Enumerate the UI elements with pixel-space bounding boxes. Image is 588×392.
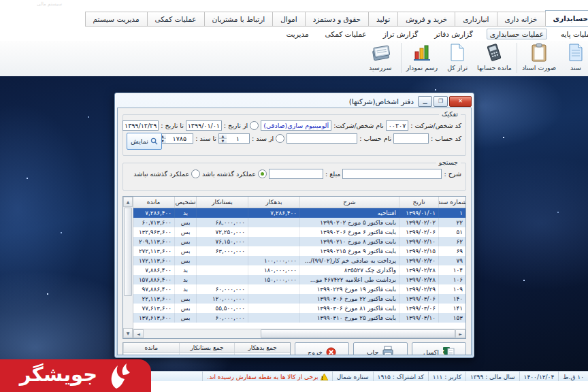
vscroll-thumb[interactable] — [124, 208, 132, 296]
from-doc-radio[interactable] — [276, 134, 284, 143]
table-cell: ۶۲ — [438, 237, 466, 246]
table-row[interactable]: ۱۱۳۹۹/۰۱/۰۱افتتاحیه۷,۲۸۶,۴۰۰بد۷,۲۸۶,۴۰۰ — [133, 208, 466, 218]
exit-button[interactable]: خروج — [295, 342, 349, 355]
tab-7[interactable]: ارتباط با مشتریان — [204, 12, 274, 27]
from-doc-stepper[interactable]: ▲▼ ۱ — [218, 133, 250, 144]
toolbar-button-3[interactable]: تراز کل — [440, 41, 475, 71]
table-row[interactable]: ۷۹۱۳۹۹/۰۲/۲۰پرداخت به صادقی خم کار(۹۹/۰۲… — [133, 256, 466, 265]
statusbar-cell-0: ۱۰ ق.ظ — [558, 372, 588, 382]
table-row[interactable]: ۱۴۰۱۳۹۹/۰۳/۰۶بابت فاکتور ۲۲ مورخ ۱۳۹۹۰۳۰… — [133, 294, 466, 304]
from-date-input[interactable]: ۱۳۹۹/۰۱/۰۱ — [186, 120, 222, 131]
to-doc-label: تا سند : — [195, 135, 216, 142]
table-cell: ۱۷۲,۱۱۳,۶۰۰ — [133, 256, 174, 265]
submenu-item-3[interactable]: گزارش تراز — [380, 29, 421, 39]
column-header-0[interactable]: شماره سند — [438, 197, 466, 208]
toolbar-button-0[interactable]: سند — [558, 41, 588, 71]
print-button[interactable]: چاپ — [353, 342, 408, 355]
table-cell — [248, 294, 299, 304]
column-header-2[interactable]: شرح — [299, 197, 399, 208]
chart-icon — [412, 42, 432, 63]
tab-4[interactable]: تولید — [368, 12, 398, 27]
excel-button[interactable]: Xاکسل — [412, 342, 466, 355]
tab-5[interactable]: حقوق و دستمزد — [305, 12, 369, 27]
submenu-item-5[interactable]: مدیریت — [284, 29, 312, 39]
table-cell: ۱۳۹۹/۰۲/۲۸ — [399, 275, 438, 284]
column-header-4[interactable]: بستانکار — [196, 197, 248, 208]
scroll-up-icon[interactable]: ▲ — [123, 197, 133, 207]
table-cell — [248, 284, 299, 294]
tab-0[interactable]: حسابداری — [545, 10, 588, 27]
to-date-input[interactable]: ۱۳۹۹/۱۲/۲۹ — [122, 120, 159, 131]
submenu-item-2[interactable]: گزارش دفاتر — [431, 29, 476, 39]
table-cell — [248, 313, 299, 323]
table-row[interactable]: ۱۵۳۱۳۹۹/۰۳/۱۰بابت فاکتور ۲۵ مورخ ۱۳۹۹۰۳۱… — [133, 313, 466, 323]
account-name-field[interactable] — [287, 133, 357, 144]
table-row[interactable]: ۱۰۹۱۳۹۹/۰۲/۲۹بابت فاکتور ۱۹ مورخ ۱۳۹۹۰۲۲… — [133, 284, 466, 294]
maximize-icon[interactable]: ❐ — [434, 96, 448, 107]
table-row[interactable]: ۶۲۱۳۹۹/۰۲/۱۰بابت فاکتور ۸ مورخ ۱۳۹۹۰۲۱۰۷… — [133, 237, 466, 246]
from-date-radio[interactable] — [250, 121, 259, 130]
submenu-item-1[interactable]: عملیات حسابداری — [487, 29, 547, 39]
statusbar-cell-1: ۱۴۰۰/۱۲/۰۴ — [519, 372, 559, 382]
table-cell: ۲۰۹,۱۱۳,۶۰۰ — [133, 237, 174, 246]
past-performance-yes-radio[interactable] — [258, 169, 267, 178]
close-icon[interactable]: ✕ — [449, 96, 472, 107]
statusbar-cell-4: کد اشتراک : ۱۹۱۵ — [373, 372, 428, 382]
scroll-left-icon[interactable]: ◄ — [133, 329, 144, 338]
table-row[interactable]: ۲۲۱۳۹۹/۰۲/۰۲بابت فاکتور ۵ مورخ ۱۳۹۹۰۲۰۲۶… — [133, 218, 466, 227]
tab-9[interactable]: مدیریت سیستم — [85, 12, 148, 27]
past-performance-no-radio[interactable] — [191, 169, 200, 178]
logo-flame-icon — [104, 361, 131, 390]
horizontal-scrollbar[interactable]: ◄ ► — [133, 329, 466, 338]
search-icon — [150, 137, 158, 145]
table-row[interactable]: ۱۴۱۱۳۹۹/۰۳/۰۶بابت فاکتور ۸۱ مورخ ۱۳۹۹۰۳۰… — [133, 304, 466, 313]
totals-value-1: ۲,۲۶۱,۲۸۶,۴۰۰ — [179, 353, 235, 355]
to-date-label: تا تاریخ : — [161, 122, 184, 129]
toolbar-button-1[interactable]: صورت اسناد — [520, 41, 558, 71]
tab-8[interactable]: عملیات کمکی — [147, 12, 205, 27]
table-cell: ۱۳۹۹/۰۳/۰۶ — [399, 294, 438, 304]
show-button[interactable]: نمایش — [127, 133, 162, 150]
company-code-label: کد شخص/شرکت : — [410, 122, 461, 129]
scroll-down-icon[interactable]: ▼ — [123, 328, 133, 338]
toolbar-button-label: صورت اسناد — [522, 64, 556, 71]
table-cell: ۱۳۹۹/۰۲/۱۵ — [399, 246, 438, 256]
amount-input[interactable] — [269, 169, 323, 179]
exit-icon — [326, 347, 336, 356]
scroll-right-icon[interactable]: ► — [455, 329, 466, 338]
table-cell: بد — [174, 275, 196, 284]
table-cell: بابت فاکتور ۵ مورخ ۱۳۹۹۰۲۰۲ — [299, 218, 399, 227]
submenu-item-4[interactable]: عملیات کمکی — [323, 29, 370, 39]
toolbar-button-4[interactable]: رسم نمودار — [404, 41, 440, 71]
minimize-icon[interactable]: ▁ — [418, 96, 432, 107]
stepper-arrows-icon[interactable]: ▲▼ — [218, 133, 227, 144]
submenu-item-0[interactable]: عملیات پایه — [558, 29, 588, 39]
table-cell: واگذاری چک ۸۳۵۵۲۷ — [299, 265, 399, 275]
from-doc-input[interactable]: ۱ — [227, 133, 250, 144]
table-row[interactable]: ۵۱۱۳۹۹/۰۲/۰۶بابت فاکتور ۶ مورخ ۱۳۹۹۰۲۰۶۷… — [133, 227, 466, 237]
to-doc-input[interactable]: ۱۷۸۵ — [166, 133, 193, 144]
table-row[interactable]: ۱۰۶۱۳۹۹/۰۲/۲۸برداشت طی اعلامیه ۴۶۷۴۲۲ مو… — [133, 275, 466, 284]
description-input[interactable] — [342, 169, 442, 179]
button-label: اکسل — [423, 348, 439, 356]
to-doc-stepper[interactable]: ▲▼ ۱۷۸۵ — [158, 133, 193, 144]
column-header-5[interactable]: تشخیص — [174, 197, 196, 208]
toolbar-button-5[interactable]: سررسید — [363, 41, 398, 71]
hscroll-thumb[interactable] — [261, 329, 455, 338]
tab-2[interactable]: انبارداری — [455, 12, 497, 27]
column-header-3[interactable]: بدهکار — [248, 197, 299, 208]
company-name-field[interactable]: آلومینیوم سازی(صادقی) — [261, 120, 331, 131]
company-code-input[interactable]: ۰۰۲۰۷ — [386, 120, 409, 131]
tab-6[interactable]: اموال — [272, 12, 306, 27]
vertical-scrollbar[interactable]: ▲ ▼ — [123, 197, 133, 338]
toolbar-button-2[interactable]: مانده حسابها — [475, 41, 514, 71]
table-cell: ۱۵۰,۰۰۰,۰۰۰ — [248, 275, 299, 284]
account-code-input[interactable] — [393, 133, 429, 144]
table-row[interactable]: ۶۹۱۳۹۹/۰۲/۱۵بابت فاکتور ۹ مورخ ۱۳۹۹۰۲۱۵۶… — [133, 246, 466, 256]
column-header-1[interactable]: تاریخ — [399, 197, 438, 208]
tab-1[interactable]: خزانه داری — [497, 12, 546, 27]
tab-3[interactable]: خرید و فروش — [397, 12, 455, 27]
totals-table: جمع بدهکارجمع بستانکارمانده ۲,۲۷۴,۱۷۲,۸۰… — [122, 342, 291, 355]
column-header-6[interactable]: مانده — [133, 197, 174, 208]
table-row[interactable]: ۱۰۴۱۳۹۹/۰۲/۲۸واگذاری چک ۸۳۵۵۲۷۱۸۰,۰۰۰,۰۰… — [133, 265, 466, 275]
